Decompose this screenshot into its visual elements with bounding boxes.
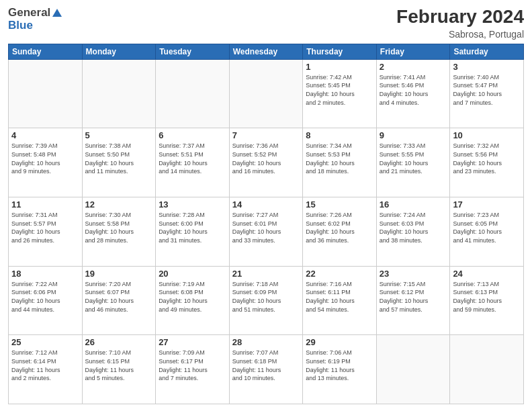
day-number: 8 [306,130,373,140]
day-info: Sunrise: 7:31 AM Sunset: 5:57 PM Dayligh… [11,211,79,244]
calendar-cell: 21Sunrise: 7:18 AM Sunset: 6:09 PM Dayli… [229,266,303,335]
calendar-cell: 1Sunrise: 7:42 AM Sunset: 5:45 PM Daylig… [303,59,377,128]
day-number: 6 [159,130,226,140]
day-info: Sunrise: 7:39 AM Sunset: 5:48 PM Dayligh… [11,142,79,175]
calendar-cell: 2Sunrise: 7:41 AM Sunset: 5:46 PM Daylig… [376,59,450,128]
calendar-cell [9,59,83,128]
calendar-cell: 7Sunrise: 7:36 AM Sunset: 5:52 PM Daylig… [229,128,303,197]
day-number: 3 [453,62,521,72]
week-row-4: 18Sunrise: 7:22 AM Sunset: 6:06 PM Dayli… [9,266,524,335]
day-number: 25 [11,337,79,347]
day-info: Sunrise: 7:24 AM Sunset: 6:03 PM Dayligh… [380,211,447,244]
day-info: Sunrise: 7:42 AM Sunset: 5:45 PM Dayligh… [306,73,373,107]
day-info: Sunrise: 7:40 AM Sunset: 5:47 PM Dayligh… [453,73,521,107]
day-number: 28 [232,337,300,347]
day-number: 7 [232,130,300,140]
day-number: 27 [159,337,226,347]
calendar-cell: 5Sunrise: 7:38 AM Sunset: 5:50 PM Daylig… [82,128,156,197]
weekday-header-row: Sunday Monday Tuesday Wednesday Thursday… [9,44,524,59]
calendar-cell: 23Sunrise: 7:15 AM Sunset: 6:12 PM Dayli… [376,266,450,335]
day-number: 12 [85,199,153,210]
day-info: Sunrise: 7:06 AM Sunset: 6:19 PM Dayligh… [306,349,373,382]
header-saturday: Saturday [450,44,524,59]
header-thursday: Thursday [303,44,377,59]
calendar-cell: 27Sunrise: 7:09 AM Sunset: 6:17 PM Dayli… [156,335,230,404]
day-number: 23 [380,269,447,279]
calendar-cell: 13Sunrise: 7:28 AM Sunset: 6:00 PM Dayli… [156,197,230,267]
day-number: 11 [11,199,79,210]
day-info: Sunrise: 7:09 AM Sunset: 6:17 PM Dayligh… [159,349,226,382]
calendar-cell: 17Sunrise: 7:23 AM Sunset: 6:05 PM Dayli… [450,197,524,267]
calendar-cell: 12Sunrise: 7:30 AM Sunset: 5:58 PM Dayli… [82,197,156,267]
day-info: Sunrise: 7:34 AM Sunset: 5:53 PM Dayligh… [306,142,373,175]
day-number: 5 [85,130,153,140]
day-number: 17 [453,199,521,210]
day-info: Sunrise: 7:12 AM Sunset: 6:14 PM Dayligh… [11,349,79,382]
day-number: 9 [380,130,447,140]
day-number: 13 [159,199,226,210]
day-number: 4 [11,130,79,140]
day-info: Sunrise: 7:16 AM Sunset: 6:11 PM Dayligh… [306,280,373,314]
header-monday: Monday [82,44,156,59]
day-number: 2 [380,62,447,72]
week-row-1: 1Sunrise: 7:42 AM Sunset: 5:45 PM Daylig… [9,59,524,128]
calendar-cell: 18Sunrise: 7:22 AM Sunset: 6:06 PM Dayli… [9,266,83,335]
page-container: General Blue February 2024 Sabrosa, Port… [0,0,532,411]
logo-blue-text: Blue [8,19,33,32]
day-info: Sunrise: 7:19 AM Sunset: 6:08 PM Dayligh… [159,280,226,314]
day-number: 22 [306,269,373,279]
day-number: 29 [306,337,373,347]
day-number: 15 [306,199,373,210]
calendar-cell [450,335,524,404]
calendar-cell: 29Sunrise: 7:06 AM Sunset: 6:19 PM Dayli… [303,335,377,404]
day-info: Sunrise: 7:15 AM Sunset: 6:12 PM Dayligh… [380,280,447,314]
calendar-cell [82,59,156,128]
day-info: Sunrise: 7:23 AM Sunset: 6:05 PM Dayligh… [453,211,521,244]
calendar-cell: 8Sunrise: 7:34 AM Sunset: 5:53 PM Daylig… [303,128,377,197]
day-number: 10 [453,130,521,140]
calendar-cell: 10Sunrise: 7:32 AM Sunset: 5:56 PM Dayli… [450,128,524,197]
day-info: Sunrise: 7:30 AM Sunset: 5:58 PM Dayligh… [85,211,153,244]
day-info: Sunrise: 7:28 AM Sunset: 6:00 PM Dayligh… [159,211,226,244]
week-row-5: 25Sunrise: 7:12 AM Sunset: 6:14 PM Dayli… [9,335,524,404]
calendar-cell: 26Sunrise: 7:10 AM Sunset: 6:15 PM Dayli… [82,335,156,404]
day-info: Sunrise: 7:41 AM Sunset: 5:46 PM Dayligh… [380,73,447,107]
calendar-cell [376,335,450,404]
calendar-cell: 4Sunrise: 7:39 AM Sunset: 5:48 PM Daylig… [9,128,83,197]
header-wednesday: Wednesday [229,44,303,59]
calendar-cell: 25Sunrise: 7:12 AM Sunset: 6:14 PM Dayli… [9,335,83,404]
day-number: 21 [232,269,300,279]
calendar-title: February 2024 [396,7,524,28]
day-info: Sunrise: 7:18 AM Sunset: 6:09 PM Dayligh… [232,280,300,314]
calendar-cell: 3Sunrise: 7:40 AM Sunset: 5:47 PM Daylig… [450,59,524,128]
day-number: 18 [11,269,79,279]
logo-triangle-icon [52,9,62,17]
calendar-cell: 20Sunrise: 7:19 AM Sunset: 6:08 PM Dayli… [156,266,230,335]
day-number: 19 [85,269,153,279]
day-info: Sunrise: 7:38 AM Sunset: 5:50 PM Dayligh… [85,142,153,175]
header: General Blue February 2024 Sabrosa, Port… [8,7,524,40]
header-tuesday: Tuesday [156,44,230,59]
header-sunday: Sunday [9,44,83,59]
day-number: 1 [306,62,373,72]
logo-general-text: General [8,7,50,19]
day-info: Sunrise: 7:27 AM Sunset: 6:01 PM Dayligh… [232,211,300,244]
day-info: Sunrise: 7:37 AM Sunset: 5:51 PM Dayligh… [159,142,226,175]
week-row-2: 4Sunrise: 7:39 AM Sunset: 5:48 PM Daylig… [9,128,524,197]
day-info: Sunrise: 7:33 AM Sunset: 5:55 PM Dayligh… [380,142,447,175]
calendar-cell: 9Sunrise: 7:33 AM Sunset: 5:55 PM Daylig… [376,128,450,197]
calendar-cell: 22Sunrise: 7:16 AM Sunset: 6:11 PM Dayli… [303,266,377,335]
day-info: Sunrise: 7:22 AM Sunset: 6:06 PM Dayligh… [11,280,79,314]
day-info: Sunrise: 7:20 AM Sunset: 6:07 PM Dayligh… [85,280,153,314]
calendar-subtitle: Sabrosa, Portugal [396,29,524,40]
day-info: Sunrise: 7:13 AM Sunset: 6:13 PM Dayligh… [453,280,521,314]
day-info: Sunrise: 7:26 AM Sunset: 6:02 PM Dayligh… [306,211,373,244]
calendar-cell [229,59,303,128]
calendar-cell: 14Sunrise: 7:27 AM Sunset: 6:01 PM Dayli… [229,197,303,267]
week-row-3: 11Sunrise: 7:31 AM Sunset: 5:57 PM Dayli… [9,197,524,267]
header-friday: Friday [376,44,450,59]
calendar-cell: 28Sunrise: 7:07 AM Sunset: 6:18 PM Dayli… [229,335,303,404]
calendar-cell: 24Sunrise: 7:13 AM Sunset: 6:13 PM Dayli… [450,266,524,335]
calendar-cell [156,59,230,128]
day-number: 14 [232,199,300,210]
